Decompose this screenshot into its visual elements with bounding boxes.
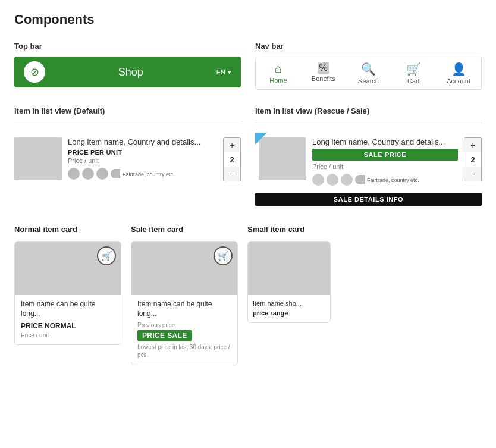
add-to-cart-button-normal[interactable]: 🛒 [97,246,116,265]
fairtrade-label-rescue: Fairtrade, country etc. [367,177,419,183]
list-rescue-label: Item in list view (Rescue / Sale) [255,106,482,115]
search-icon: 🔍 [361,62,376,76]
qty-value-rescue: 2 [464,152,481,167]
small-card-body: Item name sho... price range [248,295,330,322]
qty-control-rescue: + 2 − [464,137,482,181]
sale-card-name: Item name can be quite long... [137,300,231,318]
sale-prev-price-label: Previous price [137,322,231,328]
sale-card-label: Sale item card [131,225,238,234]
page-title: Components [14,12,482,27]
top-bar-logo: ⊘ [24,61,45,83]
benefits-icon: % [318,62,329,74]
normal-item-card: 🛒 Item name can be quite long... PRICE N… [14,241,121,345]
cart-icon: 🛒 [406,62,421,76]
small-card-image [248,242,330,295]
list-default-label: Item in list view (Default) [14,106,241,115]
qty-increase-rescue[interactable]: + [464,138,481,152]
top-bar: ⊘ Shop EN ▾ [14,57,241,87]
top-bar-shop-text: Shop [118,66,143,79]
qty-decrease-rescue[interactable]: − [464,167,481,181]
qty-control-default: + 2 − [223,137,241,181]
small-card-group: Small item card Item name sho... price r… [247,225,331,365]
normal-card-label: Normal item card [14,225,121,234]
nav-label-account: Account [447,77,470,84]
small-card-label: Small item card [247,225,331,234]
fairtrade-label-default: Fairtrade, country etc. [123,171,175,177]
small-card-name: Item name sho... [253,300,325,307]
nav-item-account[interactable]: 👤 Account [436,57,481,89]
nav-bar: ⌂ Home % Benefits 🔍 Search 🛒 Cart 👤 Acco… [255,57,482,90]
logo-icon: ⊘ [30,65,39,79]
list-item-price-label-default: PRICE PER UNIT [68,149,217,156]
qty-decrease-default[interactable]: − [224,167,240,181]
top-bar-lang-selector[interactable]: EN ▾ [216,68,231,76]
nav-label-cart: Cart [407,77,420,84]
nav-item-home[interactable]: ⌂ Home [256,57,301,89]
rescue-badge-tag [355,175,365,184]
normal-card-name: Item name can be quite long... [21,300,115,318]
qty-value-default: 2 [224,152,240,167]
normal-card-group: Normal item card 🛒 Item name can be quit… [14,225,121,365]
nav-label-search: Search [358,77,379,84]
normal-card-body: Item name can be quite long... PRICE NOR… [15,295,121,344]
price-sale-badge: PRICE SALE [137,330,192,341]
nav-label-benefits: Benefits [312,75,335,82]
list-item-info-default: Long item name, Country and details... P… [68,137,217,180]
account-icon: 👤 [451,62,466,76]
cart-add-icon-sale: 🛒 [218,250,229,261]
small-card-price-range: price range [253,309,325,317]
cart-add-icon: 🛒 [101,250,112,261]
badge-circle-2 [82,168,94,180]
normal-card-price: PRICE NORMAL [21,322,115,330]
badge-tag-default [111,169,120,178]
sale-details-button[interactable]: SALE DETAILS INFO [255,193,482,206]
qty-increase-default[interactable]: + [224,138,240,152]
badge-circle-3 [96,168,108,180]
sale-price-badge: SALE PRICE [312,149,458,161]
top-bar-lang-text: EN [216,68,225,76]
badge-circle-1 [68,168,80,180]
list-item-price-unit-rescue: Price / unit [312,163,458,170]
sale-card-group: Sale item card 🛒 Item name can be quite … [131,225,238,365]
rescue-badge-circle-1 [312,174,324,186]
list-item-name-rescue: Long item name, Country and details... [312,137,458,146]
list-item-name-default: Long item name, Country and details... [68,137,217,146]
normal-card-price-unit: Price / unit [21,332,115,339]
chevron-down-icon: ▾ [228,68,231,76]
home-icon: ⌂ [275,62,282,76]
sale-lowest-price: Lowest price in last 30 days: price / pc… [137,343,231,359]
rescue-triangle [255,133,267,145]
list-item-thumbnail-default [14,137,62,180]
nav-item-search[interactable]: 🔍 Search [346,57,391,89]
sale-card-body: Item name can be quite long... Previous … [131,295,237,365]
rescue-badge-circle-2 [327,174,338,186]
nav-label-home: Home [269,77,287,84]
list-item-price-unit-default: Price / unit [68,157,217,164]
sale-item-card: 🛒 Item name can be quite long... Previou… [131,241,238,365]
list-item-info-rescue: Long item name, Country and details... S… [312,137,458,186]
top-bar-section-label: Top bar [14,42,241,51]
nav-item-benefits[interactable]: % Benefits [301,57,346,89]
small-item-card: Item name sho... price range [247,241,331,323]
add-to-cart-button-sale[interactable]: 🛒 [214,246,233,265]
rescue-badge-circle-3 [341,174,353,186]
nav-bar-section-label: Nav bar [255,42,482,51]
nav-item-cart[interactable]: 🛒 Cart [391,57,436,89]
